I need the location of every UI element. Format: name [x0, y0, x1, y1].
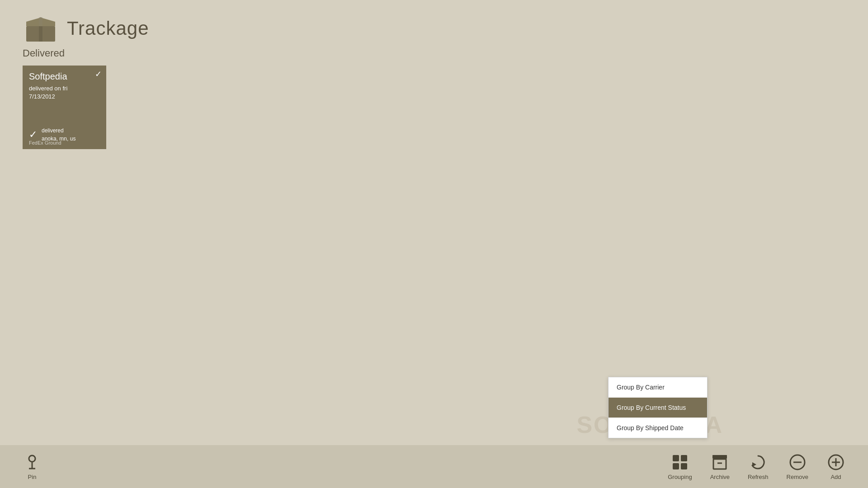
grouping-icon: [670, 453, 689, 472]
package-delivery-info: delivered on fri 7/13/2012: [29, 84, 100, 101]
toolbar-right: Grouping Archive Refresh: [659, 448, 854, 485]
status-text: delivered: [42, 127, 75, 135]
svg-rect-10: [713, 459, 726, 469]
archive-icon: [710, 453, 729, 472]
app-title: Trackage: [67, 18, 149, 39]
svg-rect-9: [712, 455, 727, 459]
grouping-dropdown: Group By Carrier Group By Current Status…: [608, 377, 708, 438]
package-name: Softpedia: [29, 71, 100, 82]
status-check-icon: ✓: [29, 129, 37, 141]
svg-marker-12: [752, 462, 756, 467]
dropdown-item-current-status[interactable]: Group By Current Status: [609, 398, 707, 418]
delivery-date: 7/13/2012: [29, 93, 55, 100]
archive-label: Archive: [710, 474, 730, 480]
remove-icon: [788, 453, 807, 472]
grouping-label: Grouping: [668, 474, 692, 480]
svg-rect-5: [673, 455, 679, 461]
svg-rect-8: [681, 463, 687, 469]
svg-rect-7: [673, 463, 679, 469]
add-button[interactable]: Add: [817, 448, 854, 485]
bottom-toolbar: Pin Grouping: [0, 445, 868, 488]
remove-button[interactable]: Remove: [778, 448, 817, 485]
app-logo-icon: [23, 14, 59, 43]
svg-rect-1: [39, 17, 42, 42]
pin-icon: [23, 453, 42, 472]
section-title: Delivered: [23, 47, 845, 59]
grouping-button[interactable]: Grouping: [659, 448, 701, 485]
card-check-icon: ✓: [95, 69, 102, 79]
refresh-button[interactable]: Refresh: [739, 448, 778, 485]
dropdown-item-carrier[interactable]: Group By Carrier: [609, 377, 707, 398]
app-header: Trackage: [0, 0, 868, 47]
refresh-icon: [749, 453, 768, 472]
pin-button[interactable]: Pin: [14, 448, 51, 485]
carrier-label: FedEx Ground: [29, 140, 61, 145]
delivery-text: delivered on fri: [29, 85, 67, 92]
main-content: Delivered ✓ Softpedia delivered on fri 7…: [0, 47, 868, 149]
remove-label: Remove: [787, 474, 808, 480]
refresh-label: Refresh: [748, 474, 769, 480]
add-icon: [826, 453, 845, 472]
pin-label: Pin: [28, 474, 37, 480]
package-card[interactable]: ✓ Softpedia delivered on fri 7/13/2012 ✓…: [23, 66, 106, 149]
dropdown-item-shipped-date[interactable]: Group By Shipped Date: [609, 418, 707, 438]
svg-rect-6: [681, 455, 687, 461]
archive-button[interactable]: Archive: [701, 448, 739, 485]
svg-point-2: [29, 455, 35, 462]
add-label: Add: [830, 474, 841, 480]
